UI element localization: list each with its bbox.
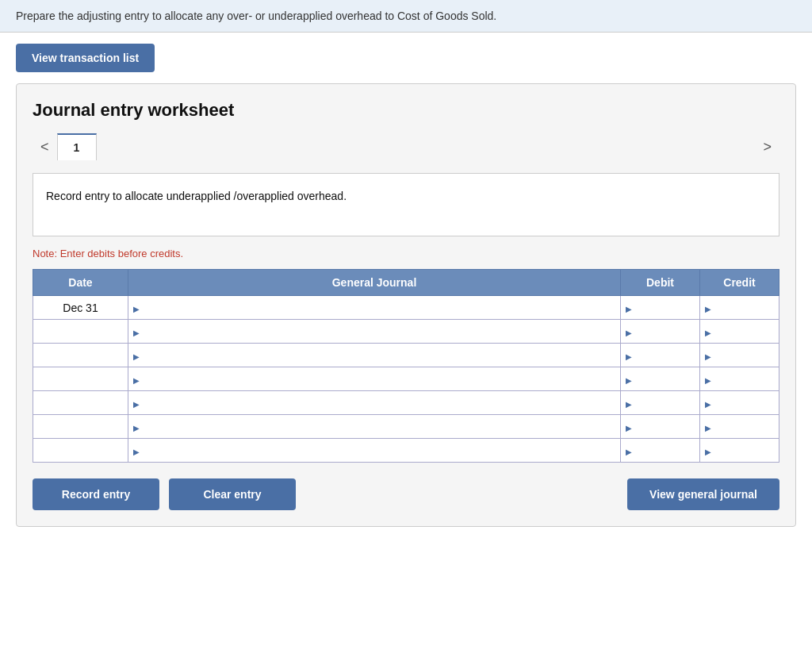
date-cell-4[interactable] bbox=[33, 391, 128, 415]
top-bar: Prepare the adjusting entry to allocate … bbox=[0, 0, 812, 33]
prev-tab-arrow[interactable]: < bbox=[33, 136, 57, 157]
credit-cell-3[interactable] bbox=[700, 367, 779, 391]
general-journal-cell-2[interactable] bbox=[128, 344, 621, 367]
date-cell-3[interactable] bbox=[33, 367, 128, 391]
credit-cell-2[interactable] bbox=[700, 344, 779, 367]
tab-navigation: < 1 > bbox=[33, 133, 779, 160]
debit-input-6[interactable] bbox=[635, 445, 691, 457]
worksheet-container: Journal entry worksheet < 1 > Record ent… bbox=[16, 83, 796, 527]
general-journal-input-4[interactable] bbox=[143, 398, 612, 409]
bottom-buttons: Record entry Clear entry View general jo… bbox=[33, 478, 779, 510]
note-text: Note: Enter debits before credits. bbox=[33, 248, 779, 259]
instruction-box: Record entry to allocate underapplied /o… bbox=[33, 173, 779, 236]
general-journal-input-0[interactable] bbox=[143, 302, 612, 314]
date-cell-2[interactable] bbox=[33, 344, 128, 367]
general-journal-cell-4[interactable] bbox=[128, 391, 621, 415]
debit-cell-6[interactable] bbox=[621, 439, 700, 463]
credit-cell-4[interactable] bbox=[700, 391, 779, 415]
journal-table: Date General Journal Debit Credit Dec 31 bbox=[33, 269, 779, 463]
debit-input-1[interactable] bbox=[635, 326, 691, 338]
debit-cell-5[interactable] bbox=[621, 415, 700, 439]
date-cell-0[interactable]: Dec 31 bbox=[33, 296, 128, 320]
debit-cell-3[interactable] bbox=[621, 367, 700, 391]
general-journal-cell-6[interactable] bbox=[128, 439, 621, 463]
table-row bbox=[33, 439, 779, 463]
debit-input-2[interactable] bbox=[635, 350, 691, 362]
date-cell-6[interactable] bbox=[33, 439, 128, 463]
credit-cell-6[interactable] bbox=[700, 439, 779, 463]
table-row: Dec 31 bbox=[33, 296, 779, 320]
general-journal-cell-3[interactable] bbox=[128, 367, 621, 391]
debit-cell-1[interactable] bbox=[621, 320, 700, 344]
table-row bbox=[33, 320, 779, 344]
table-row bbox=[33, 344, 779, 367]
date-cell-5[interactable] bbox=[33, 415, 128, 439]
debit-input-3[interactable] bbox=[635, 374, 691, 386]
credit-input-2[interactable] bbox=[714, 350, 771, 362]
general-journal-cell-5[interactable] bbox=[128, 415, 621, 439]
header-debit: Debit bbox=[621, 270, 700, 296]
view-transaction-button[interactable]: View transaction list bbox=[16, 44, 155, 72]
credit-input-0[interactable] bbox=[714, 302, 771, 314]
general-journal-input-2[interactable] bbox=[143, 350, 612, 362]
next-tab-arrow[interactable]: > bbox=[755, 136, 779, 157]
header-date: Date bbox=[33, 270, 128, 296]
table-row bbox=[33, 415, 779, 439]
credit-cell-0[interactable] bbox=[700, 296, 779, 320]
credit-input-4[interactable] bbox=[714, 398, 771, 409]
general-journal-cell-1[interactable] bbox=[128, 320, 621, 344]
general-journal-input-5[interactable] bbox=[143, 421, 612, 433]
general-journal-cell-0[interactable] bbox=[128, 296, 621, 320]
debit-input-0[interactable] bbox=[635, 302, 691, 314]
credit-input-5[interactable] bbox=[714, 421, 771, 433]
clear-entry-button[interactable]: Clear entry bbox=[169, 478, 296, 510]
record-entry-button[interactable]: Record entry bbox=[33, 478, 159, 510]
debit-cell-0[interactable] bbox=[621, 296, 700, 320]
debit-cell-2[interactable] bbox=[621, 344, 700, 367]
debit-input-5[interactable] bbox=[635, 421, 691, 433]
header-credit: Credit bbox=[700, 270, 779, 296]
credit-input-6[interactable] bbox=[714, 445, 771, 457]
general-journal-input-3[interactable] bbox=[143, 374, 612, 386]
date-cell-1[interactable] bbox=[33, 320, 128, 344]
instruction-box-text: Record entry to allocate underapplied /o… bbox=[46, 190, 347, 202]
worksheet-title: Journal entry worksheet bbox=[33, 100, 779, 121]
debit-cell-4[interactable] bbox=[621, 391, 700, 415]
credit-cell-5[interactable] bbox=[700, 415, 779, 439]
general-journal-input-1[interactable] bbox=[143, 326, 612, 338]
debit-input-4[interactable] bbox=[635, 398, 691, 409]
view-general-journal-button[interactable]: View general journal bbox=[627, 478, 779, 510]
credit-input-3[interactable] bbox=[714, 374, 771, 386]
general-journal-input-6[interactable] bbox=[143, 445, 612, 457]
credit-input-1[interactable] bbox=[714, 326, 771, 338]
table-row bbox=[33, 367, 779, 391]
tab-1[interactable]: 1 bbox=[57, 133, 97, 160]
header-general-journal: General Journal bbox=[128, 270, 621, 296]
credit-cell-1[interactable] bbox=[700, 320, 779, 344]
instruction-text: Prepare the adjusting entry to allocate … bbox=[16, 10, 496, 22]
table-row bbox=[33, 391, 779, 415]
